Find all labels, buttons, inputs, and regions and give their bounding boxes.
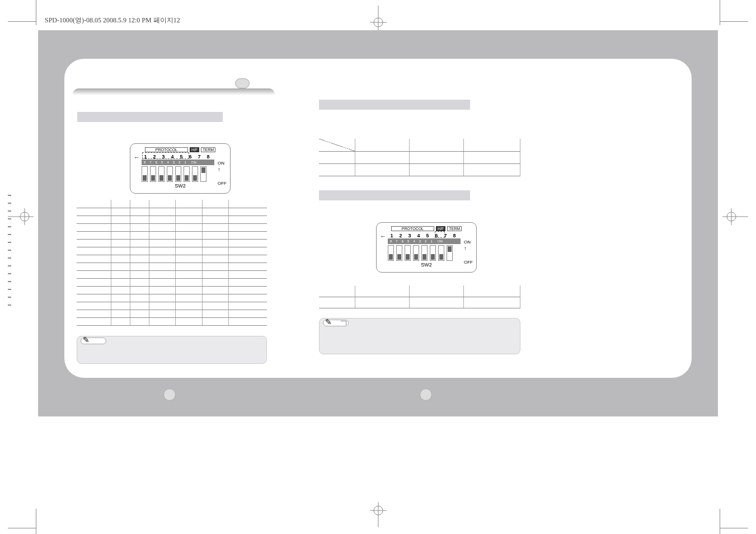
note-connector-line — [341, 321, 346, 325]
dip-switch-diagram-right: ← PROTOCOL H/F TERM 12345678 87654321 ON… — [376, 222, 477, 273]
tab-pill — [235, 78, 250, 88]
dip-label-protocol: PROTOCOL — [145, 147, 188, 152]
dip-sw-name: SW2 — [136, 183, 224, 189]
pin-icon: ✎ — [83, 335, 90, 344]
crop-mark — [720, 528, 748, 528]
dip-label-term: TERM — [201, 147, 215, 152]
crop-mark — [36, 0, 36, 25]
dip-label-protocol: PROTOCOL — [391, 226, 434, 231]
page-number-left — [163, 388, 176, 401]
dip-on-off-label: ON↑OFF — [464, 238, 473, 266]
crop-mark — [8, 528, 36, 528]
dip-label-term: TERM — [447, 226, 462, 231]
crop-mark — [8, 21, 36, 26]
color-bar-ticks — [8, 195, 11, 312]
arrow-left-icon: ← — [380, 233, 386, 240]
dip-switch-diagram-left: ← PROTOCOL H/F TERM 12345678 87654321 ON… — [130, 143, 231, 194]
dip-switches — [388, 245, 471, 261]
baud-rate-table — [319, 139, 520, 176]
crop-mark — [720, 0, 720, 25]
protocol-table — [77, 200, 267, 326]
dip-label-hf: H/F — [190, 147, 199, 152]
dip-numbers: 12345678 — [143, 154, 224, 160]
print-header: SPD-1000(영)-08.05 2008.5.9 12:0 PM 페이지12 — [45, 16, 180, 25]
registration-mark-icon — [370, 6, 387, 31]
section-heading-bar — [319, 100, 470, 110]
dip-switches — [142, 166, 224, 182]
dip-numbers: 12345678 — [389, 233, 471, 238]
dip-number-strip: 87654321 ON — [388, 238, 461, 244]
registration-mark-icon — [370, 502, 387, 528]
dip-number-strip: 87654321 ON — [142, 160, 214, 165]
crop-mark — [720, 509, 720, 534]
registration-mark-icon — [722, 208, 748, 225]
subtitle-bar — [73, 88, 275, 100]
section-heading-bar — [77, 112, 223, 122]
section-heading-bar — [319, 190, 470, 200]
arrow-left-icon: ← — [134, 154, 140, 161]
termination-table — [319, 285, 520, 308]
page-wrapper: SPD-1000(영)-08.05 2008.5.9 12:0 PM 페이지12… — [0, 0, 756, 534]
crop-mark — [36, 509, 36, 534]
crop-mark — [720, 21, 748, 26]
note-box-right: ✎ — [319, 318, 520, 354]
registration-mark-icon — [8, 208, 34, 225]
dip-sw-name: SW2 — [382, 262, 471, 268]
page-number-right — [420, 388, 432, 401]
dip-label-hf: H/F — [436, 226, 445, 231]
dip-on-off-label: ON↑OFF — [218, 160, 227, 188]
pin-icon: ✎ — [325, 317, 332, 326]
note-box-left: ✎ — [77, 336, 267, 364]
